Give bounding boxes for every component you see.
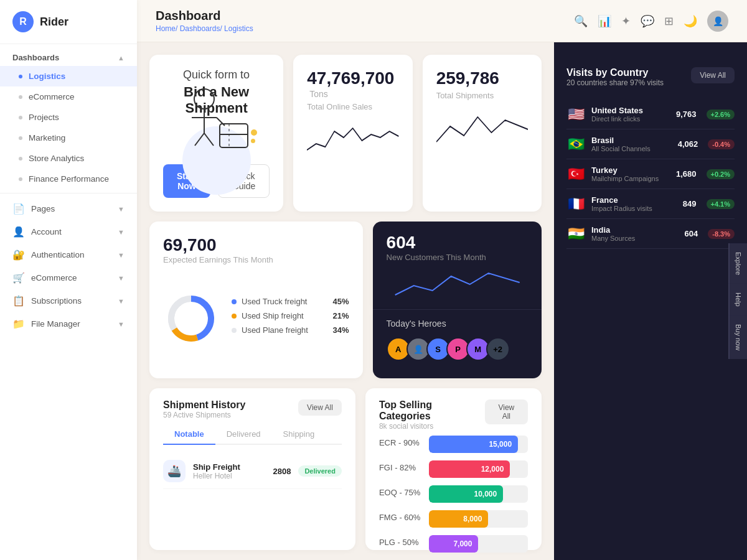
- tab-delivered[interactable]: Delivered: [215, 424, 272, 445]
- country-view-all-button[interactable]: View All: [691, 67, 735, 83]
- categories-header: Top Selling Categories 8k social visitor…: [379, 399, 528, 431]
- flag-fr: 🇫🇷: [566, 196, 585, 212]
- svg-point-0: [194, 89, 214, 109]
- legend-label-truck: Used Truck freight: [242, 297, 333, 306]
- country-channel-tr: Mailchimp Campaigns: [591, 175, 670, 182]
- explore-tab[interactable]: Explore: [728, 243, 747, 284]
- categories-view-all-button[interactable]: View All: [485, 399, 528, 424]
- earnings-card: 69,700 Expected Earnings This Month: [149, 222, 363, 378]
- cat-track-eoq: 10,000: [429, 485, 528, 503]
- buy-now-tab[interactable]: Buy now: [728, 315, 747, 359]
- country-in: 🇮🇳 India Many Sources 604 -8.3%: [566, 219, 735, 249]
- hero-illustration: [170, 126, 263, 152]
- sidebar-item-logistics[interactable]: Logistics: [0, 66, 137, 86]
- country-header: Visits by Country 20 countries share 97%…: [566, 67, 735, 97]
- help-tab[interactable]: Help: [728, 284, 747, 315]
- chevron-down-icon: ▼: [118, 320, 125, 328]
- country-fr: 🇫🇷 France Impact Radius visits 849 +4.1%: [566, 189, 735, 219]
- sidebar-item-marketing[interactable]: Marketing: [0, 128, 137, 148]
- ecommerce-icon: 🛒: [12, 272, 25, 284]
- sidebar-item-authentication[interactable]: 🔐 Authentication ▼: [0, 243, 137, 266]
- messages-icon[interactable]: 💬: [641, 14, 654, 28]
- svg-rect-5: [220, 124, 248, 147]
- status-badge: Delivered: [298, 465, 342, 477]
- sidebar-item-file-manager[interactable]: 📁 File Manager ▼: [0, 312, 137, 335]
- country-subtitle: 20 countries share 97% visits: [566, 78, 664, 87]
- cat-track-ecr: 15,000: [429, 436, 528, 453]
- chevron-down-icon: ▼: [118, 297, 125, 305]
- sidebar-item-store-analytics[interactable]: Store Analytics: [0, 148, 137, 169]
- country-info-br: Brasil All Social Channels: [591, 136, 672, 152]
- cat-bar-ecr: ECR - 90% 15,000: [379, 436, 528, 453]
- subscriptions-icon: 📋: [12, 295, 25, 307]
- tab-notable[interactable]: Notable: [163, 424, 215, 445]
- file-manager-icon: 📁: [12, 318, 25, 330]
- shipment-tabs: Notable Delivered Shipping: [163, 424, 342, 445]
- side-tabs: Explore Help Buy now: [728, 243, 747, 359]
- country-channel-fr: Impact Radius visits: [591, 205, 677, 212]
- flag-tr: 🇹🇷: [566, 166, 585, 182]
- legend-dot-ship: [232, 314, 237, 319]
- sidebar-item-label: Finance Performance: [29, 174, 109, 184]
- country-title-group: Visits by Country 20 countries share 97%…: [566, 67, 664, 97]
- donut-legend: Used Truck freight 45% Used Ship freight…: [232, 297, 349, 340]
- svg-line-3: [195, 133, 204, 146]
- cat-track-fgi: 12,000: [429, 460, 528, 478]
- header-actions: 🔍 📊 ✦ 💬 ⊞ 🌙 👤: [574, 11, 728, 32]
- flag-in: 🇮🇳: [566, 226, 585, 242]
- moon-icon[interactable]: 🌙: [684, 14, 697, 28]
- cat-label-fmg: FMG - 60%: [379, 513, 423, 522]
- user-avatar[interactable]: 👤: [707, 11, 728, 32]
- ship-icon: 🚢: [163, 460, 186, 482]
- shipment-view-all-button[interactable]: View All: [298, 399, 342, 416]
- sidebar-item-label: Store Analytics: [29, 154, 84, 163]
- cat-track-fmg: 8,000: [429, 510, 528, 528]
- dot-icon: [19, 157, 22, 161]
- total-online-sales-card: 47,769,700 Tons Total Online Sales: [293, 55, 412, 212]
- country-channel-in: Many Sources: [591, 235, 679, 242]
- sidebar-item-label: Marketing: [29, 133, 65, 142]
- top-row: Quick form to Bid a New Shipment: [149, 55, 542, 212]
- divider: [0, 193, 137, 194]
- settings-icon[interactable]: ✦: [621, 14, 631, 28]
- grid-icon[interactable]: ⊞: [664, 14, 674, 28]
- sidebar-item-projects[interactable]: Projects: [0, 107, 137, 128]
- country-visits-in: 604: [685, 229, 698, 238]
- stat-label: Total Online Sales: [307, 102, 398, 111]
- cat-fill-fgi: 12,000: [429, 460, 510, 478]
- country-visits-fr: 849: [683, 199, 697, 208]
- sidebar-item-subscriptions[interactable]: 📋 Subscriptions ▼: [0, 289, 137, 312]
- country-change-in: -8.3%: [708, 229, 735, 239]
- page-title: Dashboard: [156, 9, 253, 23]
- legend-pct-ship: 21%: [333, 311, 349, 320]
- logo-icon: R: [12, 11, 34, 32]
- search-icon[interactable]: 🔍: [574, 14, 588, 28]
- country-name-in: India: [591, 225, 679, 235]
- sidebar-item-pages[interactable]: 📄 Pages ▼: [0, 197, 137, 220]
- sidebar-item-ecommerce[interactable]: eCommerce: [0, 86, 137, 107]
- country-name-tr: Turkey: [591, 166, 670, 175]
- customers-label: New Customers This Month: [387, 253, 528, 262]
- earnings-label: Expected Earnings This Month: [163, 255, 349, 264]
- breadcrumb-home: Home/: [156, 24, 180, 33]
- svg-line-4: [204, 133, 214, 146]
- cat-fill-eoq: 10,000: [429, 485, 503, 503]
- chart-icon[interactable]: 📊: [598, 14, 611, 28]
- country-change-tr: +0.2%: [707, 169, 735, 179]
- sidebar-item-ecommerce2[interactable]: 🛒 eCommerce ▼: [0, 266, 137, 289]
- chevron-up-icon: ▲: [118, 54, 125, 62]
- breadcrumb-dashboards: Dashboards/: [180, 24, 224, 33]
- tab-shipping[interactable]: Shipping: [272, 424, 326, 445]
- stat-label: Total Shipments: [436, 91, 528, 100]
- visits-section: Visits by Country 20 countries share 97%…: [554, 55, 747, 560]
- country-change-fr: +4.1%: [707, 199, 735, 209]
- cat-label-plg: PLG - 50%: [379, 538, 423, 547]
- cat-bar-fmg: FMG - 60% 8,000: [379, 510, 528, 528]
- file-manager-label: File Manager: [31, 319, 80, 329]
- row-info: Ship Freight Heller Hotel: [193, 462, 265, 480]
- country-name-br: Brasil: [591, 136, 672, 145]
- heroes-avatars: A 👤 S P M +2: [387, 337, 528, 361]
- sidebar-item-account[interactable]: 👤 Account ▼: [0, 220, 137, 243]
- sidebar-item-finance-performance[interactable]: Finance Performance: [0, 169, 137, 189]
- sidebar-dashboards-section[interactable]: Dashboards ▲: [0, 44, 137, 66]
